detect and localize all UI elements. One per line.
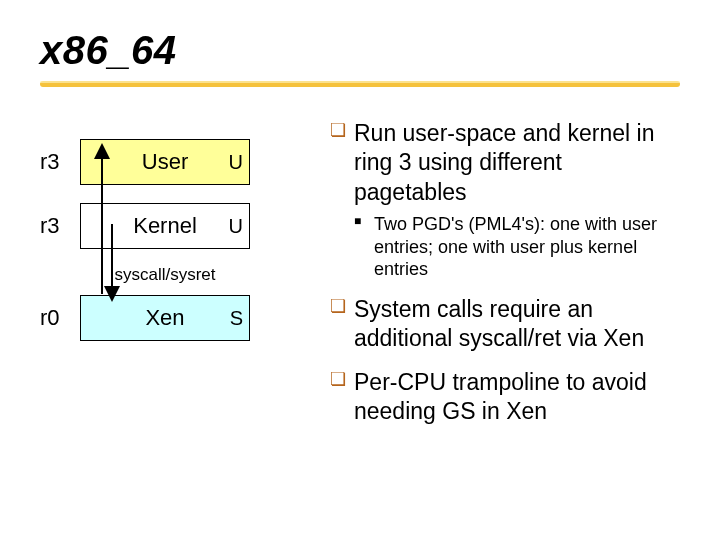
bullet-item: Run user-space and kernel in ring 3 usin… [330, 119, 680, 281]
ring-label: r3 [40, 213, 80, 239]
diagram-row: r0 Xen S [40, 295, 310, 341]
slide-title: x86_64 [40, 28, 680, 73]
bullet-item: System calls require an additional sysca… [330, 295, 680, 354]
box-label: Xen [145, 305, 184, 331]
diagram-row: r3 User U [40, 139, 310, 185]
box-mode: S [230, 307, 243, 330]
box-mode: U [229, 215, 243, 238]
bullet-text: Per-CPU trampoline to avoid needing GS i… [354, 369, 647, 424]
ring-diagram: r3 User U r3 Kernel U syscall/sysret r0 … [40, 119, 310, 441]
bullet-area: Run user-space and kernel in ring 3 usin… [310, 119, 680, 441]
syscall-label: syscall/sysret [80, 265, 250, 285]
box-mode: U [229, 151, 243, 174]
bullet-item: Per-CPU trampoline to avoid needing GS i… [330, 368, 680, 427]
ring-label: r0 [40, 305, 80, 331]
box-user: User U [80, 139, 250, 185]
diagram-row: r3 Kernel U [40, 203, 310, 249]
ring-label: r3 [40, 149, 80, 175]
bullet-list: Run user-space and kernel in ring 3 usin… [330, 119, 680, 427]
box-label: User [142, 149, 188, 175]
bullet-text: Run user-space and kernel in ring 3 usin… [354, 120, 654, 205]
sub-bullet-item: Two PGD's (PML4's): one with user entrie… [354, 213, 680, 281]
sub-bullet-list: Two PGD's (PML4's): one with user entrie… [354, 213, 680, 281]
slide: x86_64 r3 User U r3 Kernel U syscall/sys… [0, 0, 720, 540]
title-underline [40, 79, 680, 89]
slide-body: r3 User U r3 Kernel U syscall/sysret r0 … [40, 119, 680, 441]
box-xen: Xen S [80, 295, 250, 341]
bullet-text: System calls require an additional sysca… [354, 296, 644, 351]
box-kernel: Kernel U [80, 203, 250, 249]
box-label: Kernel [133, 213, 197, 239]
